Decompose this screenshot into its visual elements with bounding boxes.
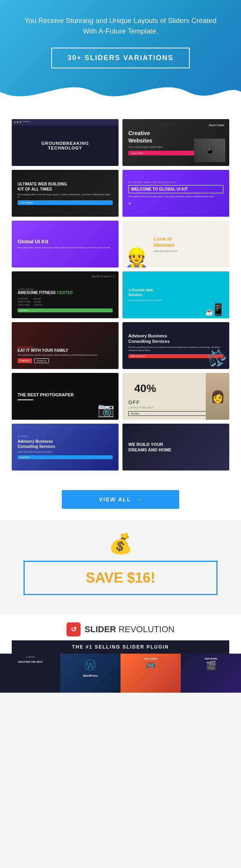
t11-bar bbox=[18, 399, 33, 400]
thumbnail-row-5: spicy & tasty EAT IT WITH YOUR FAMILY Fi… bbox=[12, 322, 229, 369]
wp-icon: Ⓦ bbox=[60, 654, 120, 674]
strip-1-label: ▲ Afuture bbox=[0, 654, 60, 660]
t2-name: Jason Clarke bbox=[209, 124, 225, 127]
t4-arrow: ∨ bbox=[128, 201, 223, 205]
strip-item-3: YOUR GAMING 🎮 bbox=[120, 654, 181, 693]
t13-sub: Lorem ipsum dolor sit amet consectetur bbox=[18, 451, 113, 453]
t8-sub: Lorem ipsum dolor sit amet consectetur bbox=[128, 299, 223, 301]
save-amount: $16! bbox=[127, 570, 155, 586]
money-icon: 💰 bbox=[23, 532, 218, 555]
t4-title: WELCOME TO GLOBAL UI KIT bbox=[128, 185, 223, 193]
strip-item-4: KEN BURN 🎬 bbox=[181, 654, 241, 693]
thumbnail-3[interactable]: ULTIMATE WEB BUILDINGKIT OF ALL TIMES Fi… bbox=[12, 170, 119, 217]
thumbnail-14[interactable]: WE BUILD YOURDREAMS AND HOME bbox=[122, 424, 229, 471]
t13-btn: Read More bbox=[18, 455, 113, 459]
view-all-btn[interactable]: VIEW ALL → bbox=[62, 490, 179, 509]
t12-woman: 👩 bbox=[206, 373, 229, 420]
thumbnail-row-1: ▲ Afuture GROUNDBREAKINGTECHNOLOGY Creat… bbox=[12, 119, 229, 166]
view-all-section: VIEW ALL → bbox=[0, 482, 241, 520]
t1-content: GROUNDBREAKINGTECHNOLOGY bbox=[12, 125, 119, 166]
rev-title-rest: REVOLUTION bbox=[116, 624, 174, 634]
thumbnail-4[interactable]: Ultimate Web PSD Builder kit WELCOME TO … bbox=[122, 170, 229, 217]
t9-content: spicy & tasty EAT IT WITH YOUR FAMILY Fi… bbox=[12, 322, 119, 369]
save-box: SAVE $16! bbox=[23, 561, 218, 595]
t4-sub: Ultimate Web PSD Builder kit bbox=[128, 181, 223, 184]
thumbnail-1[interactable]: ▲ Afuture GROUNDBREAKINGTECHNOLOGY bbox=[12, 119, 119, 166]
t5-content: Global UI Kit Fine quality built on all … bbox=[12, 221, 119, 267]
view-all-arrow: → bbox=[136, 496, 142, 503]
t14-title: WE BUILD YOURDREAMS AND HOME bbox=[128, 442, 223, 453]
t3-sub: Fine quality built on all with super que… bbox=[18, 193, 113, 198]
t9-contact-btn[interactable]: Contact Us bbox=[34, 358, 49, 363]
t11-camera-icon: 📷 bbox=[97, 402, 115, 418]
t9-sub: Fine quality built on all with super que… bbox=[18, 354, 113, 356]
dot-yellow bbox=[17, 121, 18, 123]
t14-content: WE BUILD YOURDREAMS AND HOME bbox=[122, 424, 229, 471]
strip-4-icon: 🎬 bbox=[181, 661, 241, 671]
strip-1-text: DISCOVER THE WILD bbox=[0, 660, 60, 664]
t9-read-btn[interactable]: Read More bbox=[18, 358, 32, 363]
header-title: You Receive Stunning and Unique Layouts … bbox=[23, 16, 218, 37]
t9-spicy: spicy & tasty bbox=[18, 346, 113, 348]
t7-col1: YOGA TIMECARDIO TIMELUNCH TIME bbox=[18, 297, 31, 307]
t4-desc: Fine quality built on all with super que… bbox=[128, 195, 223, 198]
dot-red bbox=[14, 121, 16, 123]
slider-revolution-section: ↺ SLIDER REVOLUTION THE #1 SELLING SLIDE… bbox=[0, 615, 241, 654]
thumbnail-row-7: ▲ Afuture Advisory BusinessConsulting Se… bbox=[12, 424, 229, 471]
t7-content: WHAT'S NEXT ? LOOS THE FAT AWESOME FITNE… bbox=[12, 271, 119, 318]
rev-title: SLIDER REVOLUTION bbox=[85, 624, 174, 635]
t7-schedule: YOGA TIMECARDIO TIMELUNCH TIME 6:00 AM8:… bbox=[18, 297, 113, 307]
thumbnail-10[interactable]: Advisory BusinessConsulting Services We … bbox=[122, 322, 229, 369]
thumbnail-2[interactable]: CreativeWebsites Your next project start… bbox=[122, 119, 229, 166]
thumbnail-row-6: THE BEST PHOTOGRAPER 📷 40% OFF LIMITED T… bbox=[12, 373, 229, 420]
thumbnail-7[interactable]: WHAT'S NEXT ? LOOS THE FAT AWESOME FITNE… bbox=[12, 271, 119, 318]
t6-worker: 👷 bbox=[124, 248, 149, 267]
logo-text-1: ▲ Afuture bbox=[20, 120, 30, 123]
thumbnail-row-3: Global UI Kit Fine quality built on all … bbox=[12, 221, 229, 267]
strip-item-1: ▲ Afuture DISCOVER THE WILD bbox=[0, 654, 60, 693]
rev-icon: ↺ bbox=[67, 622, 81, 636]
save-text: SAVE $16! bbox=[40, 570, 201, 586]
rev-subtitle: THE #1 SELLING SLIDER PLUGIN bbox=[12, 640, 229, 654]
thumbnail-6[interactable]: 👷 Love toMaintain Lorem ipsum dolor sit … bbox=[122, 221, 229, 267]
thumbnail-12[interactable]: 40% OFF LIMITED TIME ONLY Buy Now 👩 bbox=[122, 373, 229, 420]
thumbnail-row-4: WHAT'S NEXT ? LOOS THE FAT AWESOME FITNE… bbox=[12, 271, 229, 318]
t7-title: AWESOME FITNESS CENTER bbox=[18, 291, 113, 295]
t3-title: ULTIMATE WEB BUILDINGKIT OF ALL TIMES bbox=[18, 182, 113, 192]
thumbnail-8[interactable]: A Flexible WebSolution Lorem ipsum dolor… bbox=[122, 271, 229, 318]
t7-btn: Join Now bbox=[18, 308, 113, 312]
t3-content: ULTIMATE WEB BUILDINGKIT OF ALL TIMES Fi… bbox=[12, 170, 119, 217]
thumbnail-13[interactable]: ▲ Afuture Advisory BusinessConsulting Se… bbox=[12, 424, 119, 471]
t5-title: Global UI Kit bbox=[18, 239, 113, 244]
thumbnail-11[interactable]: THE BEST PHOTOGRAPER 📷 bbox=[12, 373, 119, 420]
t6-sub: Lorem ipsum dolor sit amet bbox=[154, 250, 223, 252]
t11-title: THE BEST PHOTOGRAPER bbox=[18, 392, 74, 397]
t10-title: Advisory BusinessConsulting Services bbox=[128, 333, 223, 344]
thumbnail-row-2: ULTIMATE WEB BUILDINGKIT OF ALL TIMES Fi… bbox=[12, 170, 229, 217]
header-section: You Receive Stunning and Unique Layouts … bbox=[0, 0, 241, 107]
t8-title: A Flexible WebSolution bbox=[128, 288, 223, 297]
strip-item-2: Ⓦ WordPress bbox=[60, 654, 120, 693]
t9-title: EAT IT WITH YOUR FAMILY bbox=[18, 348, 113, 353]
thumbnail-5[interactable]: Global UI Kit Fine quality built on all … bbox=[12, 221, 119, 267]
save-section: 💰 SAVE $16! bbox=[0, 520, 241, 615]
t4-content: Ultimate Web PSD Builder kit WELCOME TO … bbox=[122, 170, 229, 217]
thumbnail-9[interactable]: spicy & tasty EAT IT WITH YOUR FAMILY Fi… bbox=[12, 322, 119, 369]
t7-whats: WHAT'S NEXT ? bbox=[92, 275, 115, 278]
strip-3-text: YOUR GAMING bbox=[120, 654, 181, 661]
grid-section: ▲ Afuture GROUNDBREAKINGTECHNOLOGY Creat… bbox=[0, 107, 241, 482]
t7-col2: 6:00 AM8:00 AM12:00 PM bbox=[34, 297, 42, 307]
strip-4-text: KEN BURN bbox=[181, 654, 241, 661]
t2-devices: 📱 bbox=[194, 139, 225, 162]
view-all-label: VIEW ALL bbox=[99, 496, 131, 503]
rev-title-bold: SLIDER bbox=[85, 624, 116, 634]
t5-sub: Fine quality built on all with super que… bbox=[18, 246, 113, 250]
t13-content: ▲ Afuture Advisory BusinessConsulting Se… bbox=[12, 424, 119, 471]
bottom-strip: ▲ Afuture DISCOVER THE WILD Ⓦ WordPress … bbox=[0, 654, 241, 693]
t9-buttons: Read More Contact Us bbox=[18, 358, 113, 363]
t3-btn: Get Started bbox=[18, 200, 113, 205]
sliders-btn[interactable]: 30+ SLIDERS VARIATIONS bbox=[51, 48, 190, 68]
t6-title: Love toMaintain bbox=[154, 236, 223, 248]
save-label: SAVE bbox=[86, 570, 127, 586]
t1-title: GROUNDBREAKINGTECHNOLOGY bbox=[41, 141, 89, 150]
